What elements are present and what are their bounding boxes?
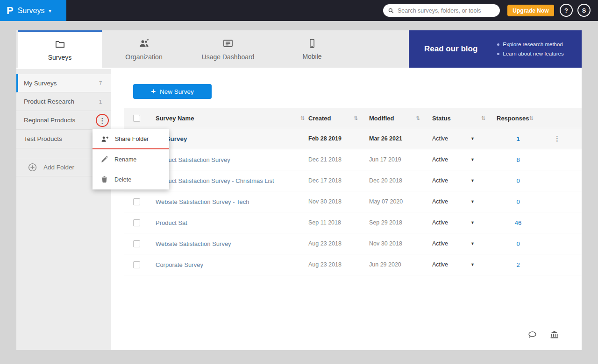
chevron-down-icon: ▼ (470, 262, 475, 267)
row-checkbox[interactable] (133, 198, 140, 205)
column-header-survey-name[interactable]: Survey Name⇅ (146, 115, 308, 122)
status-dropdown[interactable]: Active▼ (432, 240, 497, 247)
chevron-down-icon: ▼ (470, 178, 475, 183)
surveys-table: Survey Name⇅ Created⇅ Modified⇅ Status⇅ … (124, 108, 582, 275)
responses-link[interactable]: 0 (497, 177, 540, 184)
row-checkbox[interactable] (133, 261, 140, 268)
status-dropdown[interactable]: Active▼ (432, 156, 497, 163)
help-button[interactable]: ? (560, 4, 573, 17)
app-switcher-dropdown[interactable]: P Surveys ▾ (0, 0, 66, 21)
tab-mobile[interactable]: Mobile (270, 30, 354, 68)
status-dropdown[interactable]: Active▼ (432, 198, 497, 205)
survey-name-link[interactable]: Corporate Survey (146, 261, 308, 268)
bank-icon[interactable] (549, 330, 559, 340)
modified-date: Dec 20 2018 (369, 177, 432, 184)
tab-surveys[interactable]: Surveys (18, 30, 102, 68)
tab-bar: Surveys Organization Usage Dashboard Mob… (16, 30, 582, 68)
menu-item-delete[interactable]: Delete (93, 169, 169, 189)
column-header-status[interactable]: Status⇅ (432, 115, 497, 122)
table-row: Product Satisfaction Survey - Christmas … (124, 170, 582, 191)
responses-link[interactable]: 2 (497, 261, 540, 268)
modified-date: Nov 30 2018 (369, 240, 432, 247)
survey-name-link[interactable]: Product Sat (146, 219, 308, 226)
folder-label: Test Products (24, 135, 62, 142)
tab-organization[interactable]: Organization (102, 30, 186, 68)
tab-label: Usage Dashboard (202, 53, 255, 61)
sidebar-item-product-research[interactable]: Product Research 1 (16, 92, 111, 111)
sidebar-item-regional-products[interactable]: Regional Products ⋮ (16, 111, 111, 130)
responses-link[interactable]: 8 (497, 156, 540, 163)
column-header-created[interactable]: Created⇅ (308, 115, 369, 122)
responses-link[interactable]: 46 (497, 219, 540, 226)
survey-name-link[interactable]: Website Satisfaction Survey - Tech (146, 198, 308, 205)
modified-date: Mar 26 2021 (369, 135, 432, 142)
chevron-down-icon: ▼ (470, 136, 475, 141)
modified-date: May 07 2020 (369, 198, 432, 205)
select-all-checkbox[interactable] (133, 115, 140, 122)
tab-label: Organization (125, 53, 162, 61)
responses-link[interactable]: 0 (497, 240, 540, 247)
survey-name-link[interactable]: My Survey (146, 135, 308, 142)
status-dropdown[interactable]: Active▼ (432, 261, 497, 268)
table-row: Corporate Survey Aug 23 2018 Jun 29 2020… (124, 254, 582, 275)
sort-icon: ⇅ (300, 115, 305, 121)
organization-people-icon (138, 38, 150, 49)
row-kebab-icon[interactable]: ⋮ (540, 134, 582, 143)
responses-link[interactable]: 0 (497, 198, 540, 205)
status-dropdown[interactable]: Active▼ (432, 219, 497, 226)
menu-item-label: Rename (114, 156, 136, 163)
blog-bullet: Learn about new features (497, 51, 563, 56)
blog-banner[interactable]: Read our blog Explore research method Le… (409, 30, 582, 68)
dashboard-screen-icon (222, 38, 234, 49)
survey-name-link[interactable]: Product Satisfaction Survey - Christmas … (146, 177, 308, 184)
share-person-icon (100, 135, 109, 143)
status-dropdown[interactable]: Active▼ (432, 135, 497, 142)
table-footer-icons (527, 330, 559, 340)
menu-item-rename[interactable]: Rename (93, 149, 169, 169)
new-survey-button[interactable]: + New Survey (133, 84, 212, 99)
column-header-responses[interactable]: Responses⇅ (497, 115, 540, 122)
menu-item-share-folder[interactable]: Share Folder (93, 129, 169, 149)
sidebar-item-my-surveys[interactable]: My Surveys 7 (16, 74, 111, 92)
folder-count: 7 (99, 80, 102, 86)
folder-context-menu: Share Folder Rename Delete (93, 129, 169, 189)
avatar[interactable]: S (577, 4, 591, 17)
row-checkbox[interactable] (133, 219, 140, 226)
blog-bullet-list: Explore research method Learn about new … (497, 42, 563, 56)
row-checkbox[interactable] (133, 240, 140, 247)
tab-usage-dashboard[interactable]: Usage Dashboard (186, 30, 270, 68)
global-search (383, 4, 500, 17)
chevron-down-icon: ▼ (470, 157, 475, 162)
search-input[interactable] (398, 7, 495, 14)
content-frame: Surveys Organization Usage Dashboard Mob… (16, 30, 582, 350)
survey-name-link[interactable]: Website Satisfaction Survey (146, 240, 308, 247)
column-header-modified[interactable]: Modified⇅ (369, 115, 432, 122)
created-date: Feb 28 2019 (308, 135, 369, 142)
search-icon (388, 7, 394, 14)
table-row: My Survey Feb 28 2019 Mar 26 2021 Active… (124, 128, 582, 149)
app-name: Surveys (18, 7, 45, 15)
survey-name-link[interactable]: Product Satisfaction Survey (146, 156, 308, 163)
add-folder-label: Add Folder (43, 164, 74, 171)
surveys-panel: + New Survey Survey Name⇅ Created⇅ Modif… (111, 68, 582, 350)
mobile-phone-icon (307, 38, 317, 49)
modified-date: Jun 17 2019 (369, 156, 432, 163)
menu-item-label: Delete (114, 176, 131, 183)
chevron-down-icon: ▾ (49, 8, 51, 14)
upgrade-button[interactable]: Upgrade Now (507, 5, 554, 16)
chevron-down-icon: ▼ (470, 199, 475, 204)
status-dropdown[interactable]: Active▼ (432, 177, 497, 184)
responses-link[interactable]: 1 (497, 135, 540, 142)
table-row: Website Satisfaction Survey - Tech Nov 3… (124, 191, 582, 212)
brand-logo: P (7, 6, 14, 16)
chevron-down-icon: ▼ (470, 241, 475, 246)
folder-count: 1 (99, 99, 102, 105)
comment-bubble-icon[interactable] (527, 330, 537, 340)
menu-item-label: Share Folder (115, 136, 149, 142)
table-row: Product Satisfaction Survey Dec 21 2018 … (124, 149, 582, 170)
created-date: Nov 30 2018 (308, 198, 369, 205)
folders-sidebar: My Surveys 7 Product Research 1 Regional… (16, 69, 111, 350)
folder-options-kebab-icon[interactable]: ⋮ (99, 117, 106, 124)
pencil-icon (100, 155, 108, 163)
plus-icon: + (151, 87, 156, 95)
